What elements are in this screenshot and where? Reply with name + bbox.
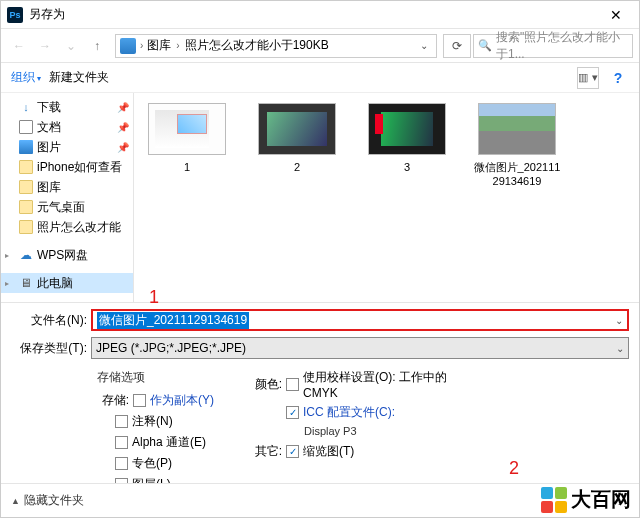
icc-profile-value: Display P3	[304, 425, 453, 437]
view-options-button[interactable]: ▥ ▾	[577, 67, 599, 89]
file-grid[interactable]: 1 2 3 微信图片_20211129134619	[134, 93, 639, 302]
tree-label: 下载	[37, 99, 61, 116]
back-button[interactable]: ←	[7, 34, 31, 58]
pin-icon: 📌	[117, 122, 129, 133]
file-thumbnail[interactable]: 微信图片_20211129134619	[472, 103, 562, 189]
filename-label: 文件名(N):	[11, 312, 91, 329]
chevron-down-icon[interactable]: ⌄	[416, 40, 432, 51]
logo-text: 大百网	[571, 486, 631, 513]
document-icon	[19, 120, 33, 134]
filetype-select[interactable]: JPEG (*.JPG;*.JPEG;*.JPE) ⌄	[91, 337, 629, 359]
tree-label: 元气桌面	[37, 199, 85, 216]
thumbnail-label: 2	[294, 161, 300, 175]
organize-menu[interactable]: 组织	[11, 69, 41, 86]
chevron-down-icon[interactable]: ⌄	[616, 343, 624, 354]
crumb-segment[interactable]: 照片怎么改才能小于190KB	[185, 37, 329, 54]
checkbox-proof	[286, 378, 299, 391]
tree-item-downloads[interactable]: ↓ 下载 📌	[1, 97, 133, 117]
search-icon: 🔍	[478, 39, 492, 52]
thumbnail-image	[148, 103, 226, 155]
refresh-button[interactable]: ⟳	[443, 34, 471, 58]
chevron-up-icon: ▲	[11, 496, 20, 506]
checkbox-label[interactable]: 缩览图(T)	[303, 443, 354, 460]
checkbox-label: Alpha 通道(E)	[132, 434, 206, 451]
tree-label: 文档	[37, 119, 61, 136]
folder-icon	[19, 180, 33, 194]
tree-label: 图片	[37, 139, 61, 156]
filename-input[interactable]: 微信图片_20211129134619 ⌄	[91, 309, 629, 331]
thumbnail-image	[368, 103, 446, 155]
breadcrumb[interactable]: › 图库 › 照片怎么改才能小于190KB ⌄	[115, 34, 437, 58]
folder-icon	[19, 160, 33, 174]
close-button[interactable]: ✕	[593, 1, 639, 29]
annotation-2: 2	[509, 458, 519, 479]
save-options-title: 存储选项	[97, 369, 214, 386]
tree-item-pictures[interactable]: 图片 📌	[1, 137, 133, 157]
crumb-segment[interactable]: 图库	[147, 37, 171, 54]
logo-icon	[541, 487, 567, 513]
tree-item-thispc[interactable]: ▸ 🖥 此电脑	[1, 273, 133, 293]
tree-label: 图库	[37, 179, 61, 196]
filetype-value: JPEG (*.JPG;*.JPEG;*.JPE)	[96, 341, 246, 355]
tree-label: iPhone如何查看	[37, 159, 122, 176]
tree-label: 照片怎么改才能	[37, 219, 121, 236]
thumbnail-image	[258, 103, 336, 155]
checkbox-alpha	[115, 436, 128, 449]
up-button[interactable]: ↑	[85, 34, 109, 58]
pictures-icon	[19, 140, 33, 154]
filename-value: 微信图片_20211129134619	[97, 312, 249, 329]
file-thumbnail[interactable]: 3	[362, 103, 452, 175]
annotation-1: 1	[149, 287, 159, 308]
chevron-right-icon: ›	[140, 40, 143, 51]
pin-icon: 📌	[117, 102, 129, 113]
new-folder-button[interactable]: 新建文件夹	[49, 69, 109, 86]
checkbox-thumbnail[interactable]	[286, 445, 299, 458]
filetype-label: 保存类型(T):	[11, 340, 91, 357]
pin-icon: 📌	[117, 142, 129, 153]
search-input[interactable]: 🔍 搜索"照片怎么改才能小于1...	[473, 34, 633, 58]
checkbox-spot	[115, 457, 128, 470]
folder-icon	[19, 220, 33, 234]
folder-icon	[19, 200, 33, 214]
tree-item-folder[interactable]: 图库	[1, 177, 133, 197]
file-thumbnail[interactable]: 2	[252, 103, 342, 175]
chevron-right-icon[interactable]: ▸	[5, 251, 9, 260]
checkbox-label[interactable]: ICC 配置文件(C):	[303, 404, 395, 421]
help-button[interactable]: ?	[607, 67, 629, 89]
pictures-icon	[120, 38, 136, 54]
checkbox-label: 专色(P)	[132, 455, 172, 472]
tree-label: WPS网盘	[37, 247, 88, 264]
tree-item-folder[interactable]: iPhone如何查看	[1, 157, 133, 177]
checkbox-icc[interactable]	[286, 406, 299, 419]
file-thumbnail[interactable]: 1	[142, 103, 232, 175]
checkbox-label: 注释(N)	[132, 413, 173, 430]
tree-label: 此电脑	[37, 275, 73, 292]
tree-item-wps[interactable]: ▸ ☁ WPS网盘	[1, 245, 133, 265]
hide-folders-label: 隐藏文件夹	[24, 492, 84, 509]
chevron-right-icon[interactable]: ▸	[5, 279, 9, 288]
checkbox-copy[interactable]	[133, 394, 146, 407]
computer-icon: 🖥	[19, 276, 33, 290]
hide-folders-toggle[interactable]: ▲ 隐藏文件夹	[11, 492, 84, 509]
download-icon: ↓	[19, 100, 33, 114]
color-sublabel: 颜色:	[250, 376, 282, 393]
thumbnail-image	[478, 103, 556, 155]
thumbnail-label: 1	[184, 161, 190, 175]
save-sublabel: 存储:	[97, 392, 129, 409]
chevron-down-icon[interactable]: ⌄	[615, 315, 623, 326]
recent-dropdown-icon[interactable]: ⌄	[59, 34, 83, 58]
window-title: 另存为	[29, 6, 593, 23]
tree-item-folder[interactable]: 元气桌面	[1, 197, 133, 217]
cloud-icon: ☁	[19, 248, 33, 262]
tree-item-folder[interactable]: 照片怎么改才能	[1, 217, 133, 237]
search-placeholder: 搜索"照片怎么改才能小于1...	[496, 29, 628, 63]
tree-item-documents[interactable]: 文档 📌	[1, 117, 133, 137]
checkbox-label[interactable]: 作为副本(Y)	[150, 392, 214, 409]
checkbox-label: 使用校样设置(O): 工作中的 CMYK	[303, 369, 453, 400]
app-icon: Ps	[7, 7, 23, 23]
thumbnail-label: 3	[404, 161, 410, 175]
folder-tree[interactable]: ↓ 下载 📌 文档 📌 图片 📌 iPhone如何查看 图库	[1, 93, 134, 302]
forward-button[interactable]: →	[33, 34, 57, 58]
other-sublabel: 其它:	[250, 443, 282, 460]
chevron-right-icon: ›	[176, 40, 179, 51]
